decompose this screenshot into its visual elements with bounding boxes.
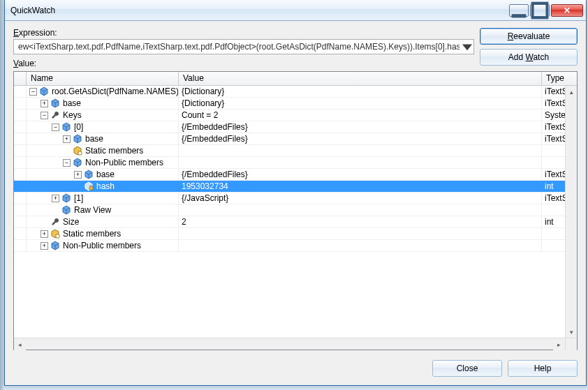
row-name: root.GetAsDict(PdfName.NAMES): [52, 87, 179, 96]
row-name: Static members: [85, 146, 143, 156]
quickwatch-window: QuickWatch ✕ Expression: Value:: [4, 0, 587, 386]
expression-dropdown-icon[interactable]: [462, 41, 472, 52]
content-area: Expression: Value: Reevaluate Add Watch …: [5, 21, 586, 385]
field-icon: [50, 98, 60, 108]
row-value: [179, 157, 542, 168]
column-header-name[interactable]: Name: [27, 72, 179, 85]
expand-icon[interactable]: +: [74, 171, 82, 179]
table-row[interactable]: +base{/EmbeddedFiles}iTextSha: [14, 169, 577, 181]
scroll-right-icon[interactable]: ▸: [553, 338, 565, 350]
expand-icon[interactable]: +: [41, 230, 48, 238]
scroll-down-icon[interactable]: ▾: [566, 326, 578, 338]
field-icon: [61, 122, 71, 132]
table-row[interactable]: Raw View: [14, 204, 577, 216]
expand-icon[interactable]: +: [41, 242, 48, 250]
field-icon: [39, 87, 49, 96]
field-icon: [73, 158, 82, 167]
svg-rect-1: [533, 3, 547, 17]
table-row[interactable]: +[1]{/JavaScript}iTextSha: [14, 193, 577, 204]
row-name: Size: [63, 217, 79, 227]
private-icon: [84, 181, 94, 191]
table-row[interactable]: +Static members: [14, 228, 577, 240]
close-button[interactable]: Close: [432, 360, 502, 377]
row-value: [179, 145, 542, 156]
column-header-value[interactable]: Value: [179, 72, 542, 85]
svg-rect-3: [89, 187, 93, 190]
close-window-button[interactable]: ✕: [551, 4, 583, 17]
static-icon: [50, 229, 60, 239]
row-value: 2: [179, 216, 542, 227]
row-name: base: [63, 98, 81, 108]
titlebar[interactable]: QuickWatch ✕: [5, 0, 586, 21]
row-value: {/EmbeddedFiles}: [179, 133, 542, 144]
table-row[interactable]: Size2int: [14, 216, 577, 228]
collapse-icon[interactable]: −: [41, 112, 48, 119]
table-row[interactable]: +Non-Public members: [14, 240, 577, 252]
collapse-icon[interactable]: −: [29, 88, 37, 96]
window-title: QuickWatch: [10, 6, 55, 15]
table-row[interactable]: −root.GetAsDict(PdfName.NAMES){Dictionar…: [14, 86, 577, 98]
grid-header: Name Value Type: [14, 72, 577, 86]
row-name: Keys: [63, 110, 82, 120]
row-value: 1953032734: [179, 181, 542, 192]
row-value: {Dictionary}: [179, 98, 542, 109]
collapse-icon[interactable]: −: [52, 123, 59, 131]
row-value: {/EmbeddedFiles}: [179, 169, 542, 180]
column-header-type[interactable]: Type: [542, 72, 577, 85]
row-value: Count = 2: [179, 110, 542, 121]
field-icon: [84, 170, 94, 179]
row-value: [179, 204, 542, 216]
row-name: [0]: [74, 122, 83, 132]
row-value: {/EmbeddedFiles}: [179, 121, 542, 133]
field-icon: [73, 134, 82, 144]
table-row[interactable]: Static members: [14, 145, 577, 157]
row-name: base: [96, 170, 115, 179]
row-name: [1]: [74, 193, 83, 203]
row-name: Raw View: [74, 205, 111, 215]
row-value: [179, 228, 542, 239]
scroll-up-icon[interactable]: ▴: [566, 86, 578, 98]
minimize-button[interactable]: [509, 4, 529, 17]
field-icon: [61, 193, 71, 203]
value-label: Value:: [13, 59, 474, 68]
row-name: Non-Public members: [63, 241, 141, 250]
expression-label: Expression:: [13, 28, 474, 38]
row-name: hash: [96, 181, 115, 191]
wrench-icon: [50, 110, 60, 120]
expression-input[interactable]: [17, 41, 461, 52]
row-value: {/JavaScript}: [179, 193, 542, 204]
expand-icon[interactable]: +: [41, 100, 48, 107]
horizontal-scrollbar[interactable]: ◂ ▸: [14, 338, 577, 350]
watch-grid: Name Value Type −root.GetAsDict(PdfName.…: [13, 71, 578, 350]
wrench-icon: [50, 217, 60, 227]
svg-rect-0: [512, 14, 527, 17]
field-icon: [61, 205, 71, 215]
dialog-footer: Close Help: [13, 353, 578, 377]
collapse-icon[interactable]: −: [63, 159, 71, 167]
row-value: [179, 240, 542, 251]
row-value: {Dictionary}: [179, 86, 542, 97]
expand-icon[interactable]: +: [63, 135, 71, 143]
table-row[interactable]: hash1953032734int: [14, 181, 577, 193]
reevaluate-button[interactable]: Reevaluate: [480, 28, 578, 45]
expression-combobox[interactable]: [13, 39, 474, 54]
row-name: base: [85, 134, 103, 144]
maximize-button[interactable]: [530, 4, 550, 17]
vertical-scrollbar[interactable]: ▴ ▾: [565, 86, 577, 338]
table-row[interactable]: +base{/EmbeddedFiles}iTextSha: [14, 133, 577, 145]
table-row[interactable]: −Non-Public members: [14, 157, 577, 169]
scroll-left-icon[interactable]: ◂: [14, 338, 26, 350]
svg-rect-4: [56, 234, 59, 238]
grid-body[interactable]: −root.GetAsDict(PdfName.NAMES){Dictionar…: [14, 86, 577, 338]
field-icon: [50, 241, 60, 250]
table-row[interactable]: +base{Dictionary}iTextSha: [14, 98, 577, 110]
row-name: Static members: [63, 229, 121, 239]
static-icon: [73, 146, 82, 156]
svg-rect-2: [78, 151, 82, 155]
table-row[interactable]: −[0]{/EmbeddedFiles}iTextSha: [14, 121, 577, 133]
expand-icon[interactable]: +: [52, 195, 59, 202]
help-button[interactable]: Help: [508, 360, 578, 377]
table-row[interactable]: −KeysCount = 2System.C: [14, 110, 577, 121]
add-watch-button[interactable]: Add Watch: [480, 49, 578, 66]
row-name: Non-Public members: [85, 158, 163, 167]
